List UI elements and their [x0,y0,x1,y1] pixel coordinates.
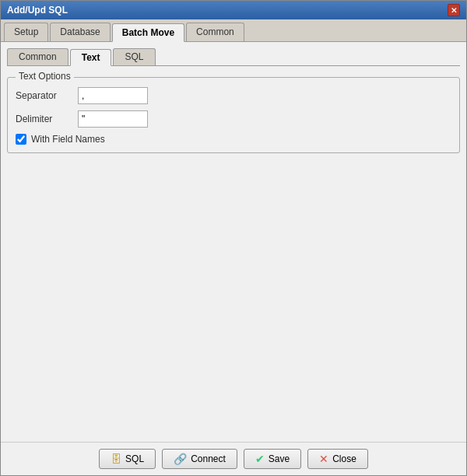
with-field-names-label[interactable]: With Field Names [31,134,105,145]
bottom-bar: 🗄 SQL 🔗 Connect ✔ Save ✕ Close [1,442,466,475]
tab-text[interactable]: Text [70,49,112,66]
group-title: Text Options [16,71,74,82]
tab-common-inner[interactable]: Common [7,48,68,65]
window-title: Add/Upd SQL [7,5,68,16]
inner-tab-bar: Common Text SQL [7,48,460,66]
sql-button[interactable]: 🗄 SQL [99,449,156,469]
tab-batch-move[interactable]: Batch Move [112,23,184,42]
close-button-label: Close [332,453,356,464]
text-options-group: Text Options Separator Delimiter With Fi… [7,77,460,153]
connect-icon: 🔗 [174,453,187,465]
save-button[interactable]: ✔ Save [244,449,301,469]
content-area: Common Text SQL Text Options Separator D… [1,42,466,442]
panel-body: Text Options Separator Delimiter With Fi… [7,72,460,436]
save-button-label: Save [269,453,290,464]
tab-database[interactable]: Database [50,23,110,41]
top-tab-bar: Setup Database Batch Move Common [1,19,466,42]
field-names-row: With Field Names [16,134,451,145]
connect-button[interactable]: 🔗 Connect [162,449,237,469]
with-field-names-checkbox[interactable] [16,134,26,145]
delimiter-row: Delimiter [16,110,451,128]
title-close-button[interactable]: ✕ [448,4,460,16]
tab-sql[interactable]: SQL [113,48,155,65]
separator-input[interactable] [78,87,148,104]
separator-label: Separator [16,90,78,101]
close-button[interactable]: ✕ Close [307,449,368,469]
separator-row: Separator [16,87,451,104]
sql-icon: 🗄 [111,453,121,465]
connect-button-label: Connect [191,453,226,464]
close-icon: ✕ [319,453,328,465]
save-icon: ✔ [255,453,265,465]
title-bar: Add/Upd SQL ✕ [1,1,466,19]
delimiter-input[interactable] [78,110,148,128]
tab-common-top[interactable]: Common [186,23,244,41]
sql-button-label: SQL [125,453,144,464]
delimiter-label: Delimiter [16,114,78,124]
tab-setup[interactable]: Setup [4,23,48,41]
main-window: Add/Upd SQL ✕ Setup Database Batch Move … [0,0,467,476]
